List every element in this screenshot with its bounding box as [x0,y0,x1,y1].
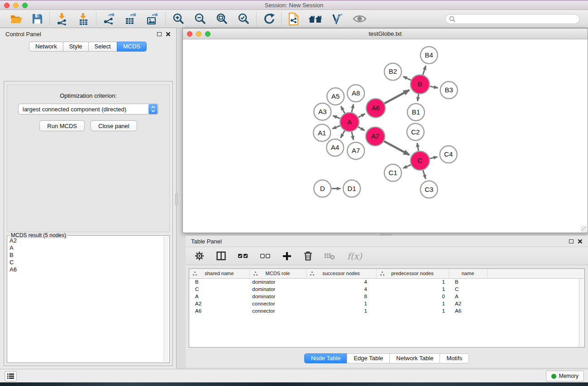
graph-node-C4[interactable]: C4 [440,146,457,163]
edge-C-C2[interactable] [417,143,419,151]
close-panel-icon[interactable] [166,32,171,37]
graph-node-C[interactable]: C [411,151,430,170]
cell[interactable]: 0 [376,293,449,300]
delete-columns-icon[interactable] [304,250,312,262]
graph-node-A6[interactable]: A6 [366,99,385,118]
run-mcds-button[interactable]: Run MCDS [39,120,85,131]
cell[interactable]: 4 [306,286,376,293]
graph-node-A8[interactable]: A8 [347,85,364,102]
cell[interactable]: A2 [189,300,249,307]
edge-A-A7[interactable] [352,132,354,140]
graph-node-C2[interactable]: C2 [407,124,424,141]
edge-A-A2[interactable] [358,127,364,130]
graph-node-A3[interactable]: A3 [314,103,331,120]
graph-node-D1[interactable]: D1 [343,180,360,197]
zoom-out-icon[interactable] [194,13,206,25]
table-row[interactable]: Adominator80A [189,293,584,300]
tab-motifs[interactable]: Motifs [440,353,469,363]
zoom-fit-icon[interactable] [215,13,228,25]
cell[interactable]: A2 [449,300,487,307]
export-image-icon[interactable] [146,13,159,25]
cell[interactable]: dominator [249,293,306,300]
edge-A-A6[interactable] [359,114,365,118]
edge-C-C4[interactable] [430,157,437,159]
cell[interactable]: connector [249,300,306,307]
graph-node-B2[interactable]: B2 [384,63,402,81]
select-all-icon[interactable] [238,250,248,262]
column-header-name[interactable]: name [449,269,487,278]
graph-node-B4[interactable]: B4 [421,47,438,64]
cell[interactable]: 1 [306,300,376,307]
edge-A-A8[interactable] [352,104,354,112]
deselect-all-icon[interactable] [260,250,270,262]
table-mode-gear-icon[interactable] [195,250,204,262]
style-document-icon[interactable] [288,13,299,25]
graph-node-B3[interactable]: B3 [440,81,458,99]
result-item[interactable]: A [8,244,163,252]
result-item[interactable]: A6 [8,266,163,273]
network-canvas[interactable]: B4B2BB3A5A8A6B1A3AC2A1A2A4A7C4CC1C3DD1 [183,40,587,232]
float-panel-icon[interactable] [157,32,162,36]
task-history-button[interactable] [5,371,17,381]
cell[interactable]: A [449,293,487,300]
cell[interactable]: 1 [306,307,376,315]
graph-node-C3[interactable]: C3 [421,181,438,198]
table-row[interactable]: Cdominator41C [189,286,584,293]
cell[interactable]: 4 [306,278,376,286]
graph-node-A4[interactable]: A4 [326,139,344,156]
edge-A-A3[interactable] [333,116,340,119]
result-item[interactable]: C [8,259,163,266]
edge-C-C1[interactable] [403,165,411,168]
criterion-dropdown[interactable]: largest connected component (directed) [18,104,158,114]
create-column-icon[interactable] [282,250,292,262]
tab-network-table[interactable]: Network Table [389,353,440,363]
cell[interactable]: A6 [449,307,487,315]
search-input[interactable] [458,16,576,22]
search-box[interactable] [445,14,580,24]
graph-node-A5[interactable]: A5 [327,88,344,105]
cell[interactable]: 1 [376,300,449,307]
graph-node-B1[interactable]: B1 [407,104,425,121]
cell[interactable]: C [449,286,487,293]
network-window-titlebar[interactable]: testGlobe.txt [183,29,588,39]
toggle-visibility-icon[interactable] [331,13,344,24]
close-table-panel-icon[interactable] [578,239,583,244]
save-session-icon[interactable] [32,13,43,24]
import-table-icon[interactable] [77,13,90,25]
table-scrollbar[interactable] [579,279,584,347]
show-columns-icon[interactable] [216,250,226,262]
column-header-predecessor-nodes[interactable]: predecessor nodes [376,269,449,278]
table-row[interactable]: A6connector11A6 [189,307,584,315]
table-row[interactable]: A2connector11A2 [189,300,584,307]
zoom-in-icon[interactable] [172,13,185,25]
cell[interactable]: dominator [249,278,306,286]
edge-B-B3[interactable] [430,86,438,88]
open-session-icon[interactable] [10,14,23,24]
edge-A-A5[interactable] [341,106,345,114]
zoom-selected-icon[interactable] [237,13,250,25]
cell[interactable]: B [449,278,487,286]
vertical-splitter-grip[interactable] [175,193,178,205]
cell[interactable]: 1 [376,307,449,315]
graph-node-D[interactable]: D [314,180,331,197]
import-network-icon[interactable] [56,13,68,25]
tab-style[interactable]: Style [63,42,89,52]
cell[interactable]: B [189,278,249,286]
cell[interactable]: A [189,293,249,300]
graph-node-A2[interactable]: A2 [366,127,385,146]
tab-edge-table[interactable]: Edge Table [347,353,390,363]
export-network-icon[interactable] [103,13,115,25]
column-header-mcds-role[interactable]: MCDS role [249,269,306,278]
graph-node-A7[interactable]: A7 [347,142,364,159]
tab-mcds[interactable]: MCDS [117,42,147,52]
cell[interactable]: 8 [306,293,376,300]
export-table-icon[interactable] [124,13,137,25]
tab-node-table[interactable]: Node Table [304,353,348,363]
memory-button[interactable]: Memory [546,371,584,381]
edge-A2-C[interactable] [384,141,409,155]
graph-node-A[interactable]: A [340,113,359,132]
cell[interactable]: 1 [376,278,449,286]
table-row[interactable]: Bdominator41B [189,278,584,286]
refresh-icon[interactable] [263,13,275,25]
tab-select[interactable]: Select [88,42,117,52]
